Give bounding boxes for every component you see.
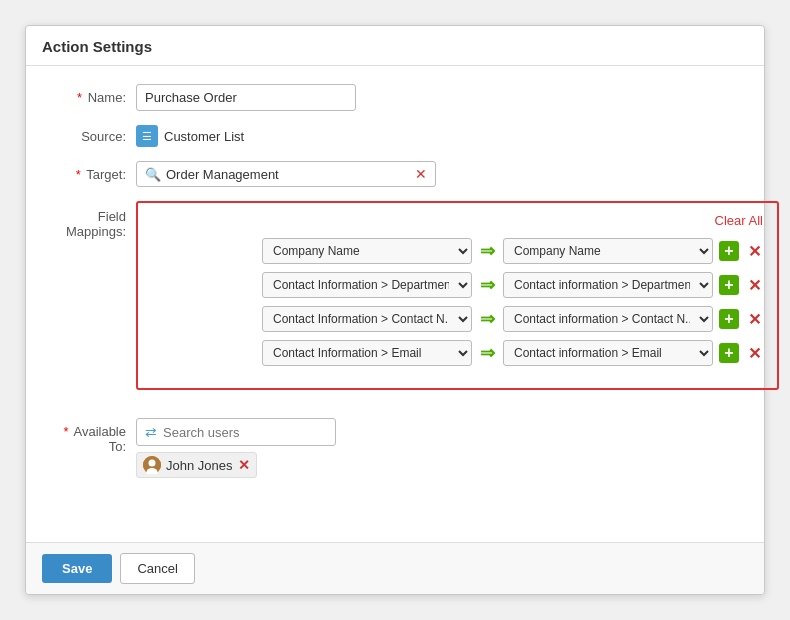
arrow-icon-3: ⇒ (480, 342, 495, 364)
svg-point-1 (149, 460, 156, 467)
dialog-title: Action Settings (26, 26, 764, 66)
source-select-2[interactable]: Contact Information > Contact N... (262, 306, 472, 332)
search-users-icon: ⇄ (145, 424, 157, 440)
source-value: Customer List (164, 129, 244, 144)
source-select-1[interactable]: Contact Information > Department (262, 272, 472, 298)
clear-all-link[interactable]: Clear All (715, 213, 763, 228)
target-select-3[interactable]: Contact information > Email (503, 340, 713, 366)
user-avatar (143, 456, 161, 474)
remove-mapping-btn-3[interactable]: ✕ (745, 344, 763, 362)
available-to-content: ⇄ John Jones ✕ (136, 418, 336, 478)
target-row: * Target: 🔍 ✕ (46, 161, 744, 187)
source-row: Source: ☰ Customer List (46, 125, 744, 147)
arrow-icon-0: ⇒ (480, 240, 495, 262)
source-select-3[interactable]: Contact Information > Email (262, 340, 472, 366)
source-content: ☰ Customer List (136, 125, 244, 147)
action-settings-dialog: Action Settings * Name: Source: ☰ Custom… (25, 25, 765, 595)
available-required-star: * (64, 424, 69, 439)
dialog-footer: Save Cancel (26, 542, 764, 594)
mapping-row: Company Name ⇒ Company Name + ✕ (262, 238, 763, 264)
remove-mapping-btn-1[interactable]: ✕ (745, 276, 763, 294)
save-button[interactable]: Save (42, 554, 112, 583)
source-list-icon: ☰ (136, 125, 158, 147)
mapping-row: Contact Information > Department ⇒ Conta… (262, 272, 763, 298)
field-mappings-label: Field Mappings: (46, 201, 136, 239)
mapping-row: Contact Information > Contact N... ⇒ Con… (262, 306, 763, 332)
source-select-0[interactable]: Company Name (262, 238, 472, 264)
target-select-0[interactable]: Company Name (503, 238, 713, 264)
remove-mapping-btn-2[interactable]: ✕ (745, 310, 763, 328)
search-users-wrap[interactable]: ⇄ (136, 418, 336, 446)
field-mappings-row: Field Mappings: Clear All Company Name ⇒ (46, 201, 744, 404)
mapping-row: Contact Information > Email ⇒ Contact in… (262, 340, 763, 366)
add-mapping-btn-3[interactable]: + (719, 343, 739, 363)
target-select-1[interactable]: Contact information > Department (503, 272, 713, 298)
arrow-icon-2: ⇒ (480, 308, 495, 330)
available-to-section: * Available To: ⇄ John Jone (46, 418, 744, 478)
available-to-label: * Available To: (46, 418, 136, 454)
field-mappings-section: Clear All Company Name ⇒ Company Name + … (136, 201, 779, 390)
user-name: John Jones (166, 458, 233, 473)
target-input-wrap[interactable]: 🔍 ✕ (136, 161, 436, 187)
user-tag: John Jones ✕ (136, 452, 257, 478)
user-remove-btn[interactable]: ✕ (238, 457, 250, 473)
arrow-icon-1: ⇒ (480, 274, 495, 296)
add-mapping-btn-0[interactable]: + (719, 241, 739, 261)
target-label: * Target: (46, 167, 136, 182)
target-required-star: * (76, 167, 81, 182)
target-clear-icon[interactable]: ✕ (415, 166, 427, 182)
add-mapping-btn-1[interactable]: + (719, 275, 739, 295)
dialog-body: * Name: Source: ☰ Customer List * Target… (26, 66, 764, 542)
field-mappings-header: Clear All (152, 213, 763, 228)
target-search-icon: 🔍 (145, 167, 161, 182)
add-mapping-btn-2[interactable]: + (719, 309, 739, 329)
name-label: * Name: (46, 90, 136, 105)
name-input[interactable] (136, 84, 356, 111)
target-input[interactable] (166, 167, 411, 182)
cancel-button[interactable]: Cancel (120, 553, 194, 584)
name-required-star: * (77, 90, 82, 105)
name-row: * Name: (46, 84, 744, 111)
target-select-2[interactable]: Contact information > Contact N... (503, 306, 713, 332)
search-users-input[interactable] (163, 425, 331, 440)
remove-mapping-btn-0[interactable]: ✕ (745, 242, 763, 260)
source-label: Source: (46, 129, 136, 144)
field-mappings-content: Clear All Company Name ⇒ Company Name + … (136, 201, 779, 404)
